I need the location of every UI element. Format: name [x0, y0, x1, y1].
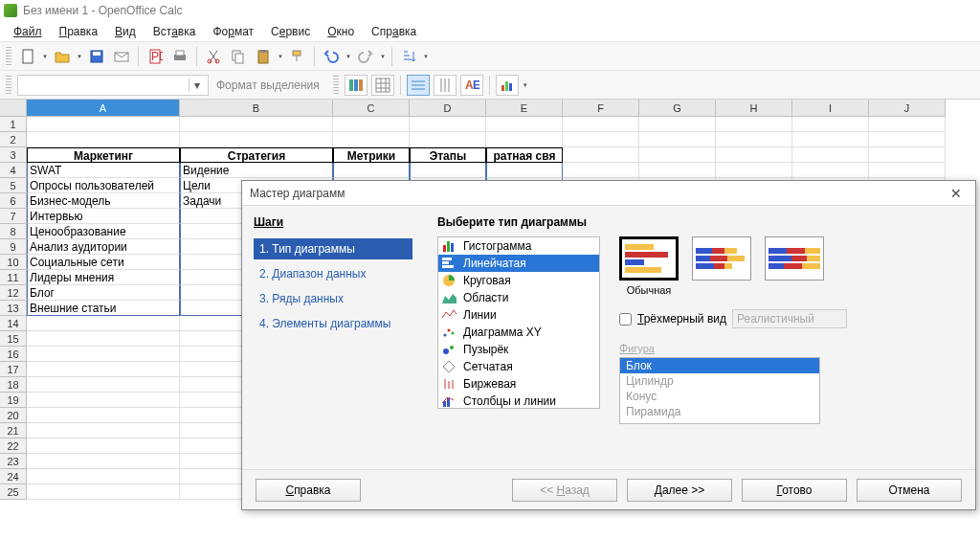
toolbar-grip-icon[interactable] [333, 76, 339, 95]
col-header[interactable]: G [639, 100, 716, 117]
cell[interactable]: SWAT [27, 163, 180, 178]
col-header[interactable]: B [180, 100, 333, 117]
cell[interactable] [27, 484, 180, 500]
chart-type-list[interactable]: Гистограмма Линейчатая Круговая Области … [437, 236, 600, 409]
cell[interactable] [27, 454, 180, 469]
col-header[interactable]: H [716, 100, 792, 117]
cell[interactable] [180, 132, 333, 147]
vgrid-major-icon[interactable] [434, 75, 457, 96]
close-icon[interactable]: ✕ [945, 186, 968, 201]
copy-icon[interactable] [228, 46, 249, 67]
cell[interactable] [639, 117, 716, 132]
row-header[interactable]: 12 [0, 285, 27, 301]
row-header[interactable]: 14 [0, 316, 27, 331]
cell[interactable] [869, 163, 946, 178]
cell[interactable] [410, 117, 486, 132]
name-box[interactable]: ▾ [17, 75, 209, 96]
cell[interactable] [27, 408, 180, 423]
shape-block[interactable]: Блок [620, 358, 819, 373]
cell[interactable]: Этапы [410, 147, 486, 163]
row-header[interactable]: 2 [0, 132, 27, 147]
step-data-range[interactable]: 2. Диапазон данных [254, 263, 412, 284]
cell[interactable] [563, 132, 639, 147]
dialog-title-bar[interactable]: Мастер диаграмм ✕ [242, 181, 975, 206]
email-icon[interactable] [111, 46, 132, 67]
type-line[interactable]: Линии [438, 306, 599, 324]
cell[interactable]: Маркетинг [27, 147, 180, 163]
cell[interactable]: Метрики [333, 147, 410, 163]
format-paint-icon[interactable] [287, 46, 308, 67]
data-table-icon[interactable] [371, 75, 394, 96]
menu-insert[interactable]: Вставка [145, 23, 204, 40]
shape-cone[interactable]: Конус [620, 389, 819, 404]
row-header[interactable]: 19 [0, 393, 27, 408]
shape-pyramid[interactable]: Пирамида [620, 404, 819, 419]
row-header[interactable]: 8 [0, 224, 27, 239]
hgrid-major-icon[interactable] [407, 75, 430, 96]
print-icon[interactable] [169, 46, 190, 67]
type-xy[interactable]: Диаграмма XY [438, 324, 599, 341]
cell[interactable]: Блог [27, 285, 180, 301]
menu-help[interactable]: Справка [364, 23, 424, 40]
cell[interactable] [27, 132, 180, 147]
row-header[interactable]: 18 [0, 377, 27, 393]
cell[interactable] [333, 163, 410, 178]
cell[interactable]: Социальные сети [27, 255, 180, 270]
type-bubble[interactable]: Пузырёк [438, 341, 599, 358]
cell[interactable]: Стратегия [180, 147, 333, 163]
cell[interactable] [563, 147, 639, 163]
select-all-corner[interactable] [0, 100, 27, 117]
data-range-icon[interactable] [345, 75, 368, 96]
cell[interactable] [869, 132, 946, 147]
subtype-percent[interactable] [765, 236, 824, 281]
row-header[interactable]: 5 [0, 178, 27, 193]
cell[interactable] [639, 147, 716, 163]
cell[interactable] [410, 132, 486, 147]
redo-icon[interactable] [355, 46, 376, 67]
new-doc-icon[interactable] [17, 46, 38, 67]
cell[interactable] [716, 147, 792, 163]
type-bar[interactable]: Линейчатая [438, 255, 599, 272]
step-chart-elements[interactable]: 4. Элементы диаграммы [254, 313, 412, 334]
legend-icon[interactable]: AE [460, 75, 483, 96]
row-header[interactable]: 3 [0, 147, 27, 163]
cell[interactable] [27, 377, 180, 393]
chart-type-dropdown[interactable]: ▼ [523, 75, 528, 96]
cell[interactable]: Опросы пользователей [27, 178, 180, 193]
new-doc-dropdown[interactable]: ▼ [42, 46, 48, 67]
cell[interactable] [792, 132, 869, 147]
cell[interactable] [716, 117, 792, 132]
menu-file[interactable]: Файл [6, 23, 50, 40]
row-header[interactable]: 22 [0, 438, 27, 454]
menu-tools[interactable]: Сервис [263, 23, 318, 40]
open-icon[interactable] [52, 46, 73, 67]
row-header[interactable]: 25 [0, 484, 27, 500]
chart-type-icon[interactable] [496, 75, 519, 96]
open-dropdown[interactable]: ▼ [77, 46, 82, 67]
cell[interactable] [333, 132, 410, 147]
cell[interactable]: Бизнес-модель [27, 193, 180, 209]
cell[interactable] [486, 117, 563, 132]
cell[interactable]: Анализ аудитории [27, 239, 180, 255]
type-stock[interactable]: Биржевая [438, 375, 599, 393]
row-header[interactable]: 16 [0, 347, 27, 362]
cell[interactable] [180, 117, 333, 132]
row-header[interactable]: 24 [0, 469, 27, 484]
sort-asc-icon[interactable] [398, 46, 419, 67]
step-chart-type[interactable]: 1. Тип диаграммы [254, 238, 412, 259]
back-button[interactable]: << Назад [512, 479, 617, 502]
3d-checkbox[interactable] [619, 313, 632, 326]
undo-dropdown[interactable]: ▼ [345, 46, 351, 67]
row-header[interactable]: 9 [0, 239, 27, 255]
cell[interactable] [486, 132, 563, 147]
menu-view[interactable]: Вид [107, 23, 144, 40]
row-header[interactable]: 17 [0, 362, 27, 377]
shape-list[interactable]: Блок Цилиндр Конус Пирамида [619, 357, 820, 424]
next-button[interactable]: Далее >> [627, 479, 732, 502]
cell[interactable] [27, 362, 180, 377]
type-net[interactable]: Сетчатая [438, 358, 599, 375]
col-header[interactable]: J [869, 100, 946, 117]
redo-dropdown[interactable]: ▼ [380, 46, 386, 67]
cut-icon[interactable] [203, 46, 224, 67]
row-header[interactable]: 7 [0, 209, 27, 224]
